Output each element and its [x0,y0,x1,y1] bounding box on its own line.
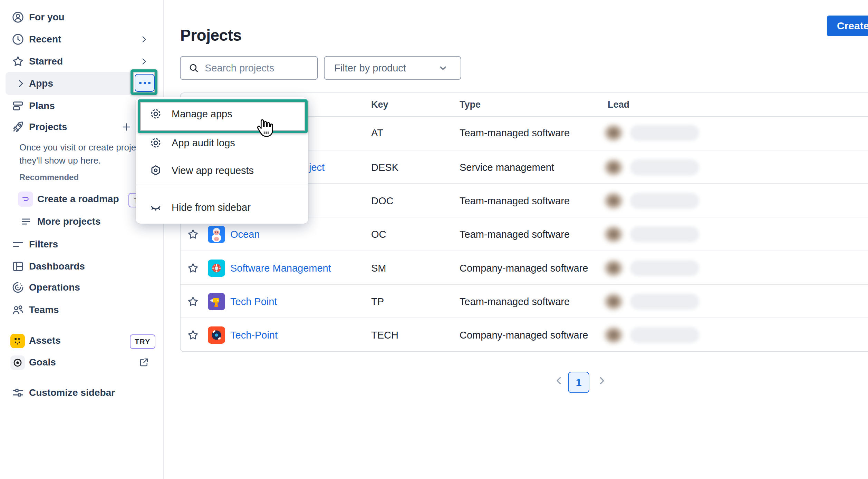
recommended-label: Recommended [19,173,79,182]
apps-more-button[interactable] [135,74,155,92]
star-icon[interactable] [187,228,199,241]
star-icon[interactable] [187,295,199,308]
apps-context-menu: Manage apps App audit logs View app requ… [136,97,308,224]
sidebar-label: Projects [29,121,67,133]
sidebar-label: Apps [29,78,53,89]
lead-cell [602,258,699,278]
sidebar-item-customize[interactable]: Customize sidebar [0,382,163,404]
sidebar-item-dashboards[interactable]: Dashboards [0,255,163,277]
sidebar-label: Plans [29,100,55,111]
sidebar-item-filters[interactable]: Filters [0,233,163,255]
person-circle-icon [11,11,25,24]
search-icon [188,62,199,74]
external-link-icon[interactable] [139,357,149,368]
sidebar-item-teams[interactable]: Teams [0,299,163,321]
lead-cell [602,292,699,312]
sidebar-label: Operations [29,282,80,293]
lead-cell [602,123,699,143]
lead-name-blurred [630,125,699,141]
project-type: Company-managed software [460,262,588,274]
lead-name-blurred [630,193,699,209]
star-icon[interactable] [187,329,199,341]
project-avatar-drill [208,293,225,310]
filters-icon [11,238,25,251]
sidebar-label: Goals [29,357,56,368]
project-key: TECH [371,329,398,341]
filter-by-product-select[interactable]: Filter by product [324,56,461,80]
projects-empty-text-line2: they'll show up here. [19,155,101,166]
create-button[interactable]: Create [827,16,868,36]
plus-icon[interactable] [121,121,132,133]
project-avatar-vinyl [208,326,225,344]
menu-item-label: App audit logs [172,137,235,149]
project-type: Team-managed software [460,228,570,240]
sliders-icon [11,386,25,399]
lead-cell [602,325,699,345]
chevron-down-icon [438,63,448,73]
operations-icon [11,281,25,294]
sidebar-label: For you [29,12,65,23]
lead-name-blurred [630,294,699,310]
project-type: Team-managed software [460,296,570,307]
lead-name-blurred [630,260,699,276]
table-row: Tech Point TP Team-managed software [181,284,868,318]
lead-avatar-blurred [602,123,625,143]
chevron-right-icon[interactable] [139,57,148,66]
column-header-key: Key [371,93,388,116]
project-key: DESK [371,162,398,173]
sidebar-label: Filters [29,239,58,250]
clock-icon [11,33,25,46]
filter-label: Filter by product [334,62,406,74]
sidebar-label: Recent [29,34,61,45]
project-type: Company-managed software [460,329,588,341]
project-type: Team-managed software [460,127,570,138]
project-key: AT [371,127,383,138]
gear-icon [150,137,162,149]
lead-avatar-blurred [602,224,625,244]
project-name-link[interactable]: Tech-Point [230,329,278,341]
lead-name-blurred [630,226,699,242]
sidebar-label: Teams [29,304,59,315]
pagination-prev-icon[interactable] [553,375,565,387]
column-header-lead: Lead [608,93,629,116]
pagination-page-1[interactable]: 1 [568,372,589,393]
menu-divider [136,185,308,185]
lead-cell [602,157,699,177]
lines-icon [19,216,33,227]
sidebar-label: Customize sidebar [29,387,115,398]
project-name-link[interactable]: Ocean [230,228,260,240]
search-projects-input[interactable] [204,62,309,74]
sidebar-item-for-you[interactable]: For you [0,6,163,28]
sidebar-item-recent[interactable]: Recent [0,28,163,50]
page-title: Projects [180,26,242,45]
menu-item-view-app-requests[interactable]: View app requests [136,161,308,180]
assets-icon [10,334,25,348]
project-avatar-lifebuoy [208,260,225,277]
manage-apps-annotation [138,99,308,133]
sidebar-label: Create a roadmap [37,194,119,205]
chevron-right-icon[interactable] [14,78,28,89]
sidebar-item-goals[interactable]: Goals [0,351,163,373]
menu-item-hide-from-sidebar[interactable]: Hide from sidebar [136,198,308,217]
project-key: TP [371,296,384,307]
project-name-link[interactable]: ject [309,162,325,173]
menu-item-app-audit-logs[interactable]: App audit logs [136,133,308,153]
sidebar-label: Assets [29,335,61,346]
menu-item-label: View app requests [172,165,254,176]
sidebar-item-assets[interactable]: Assets TRY [0,330,163,352]
lead-avatar-blurred [602,258,625,278]
lead-cell [602,224,699,244]
hexagon-target-icon [150,164,162,177]
project-type: Service management [460,162,554,173]
try-badge: TRY [130,334,155,349]
chevron-right-icon[interactable] [139,35,148,44]
sidebar-item-operations[interactable]: Operations [0,276,163,299]
project-name-link[interactable]: Software Management [230,262,331,274]
project-avatar-ocean [208,226,225,243]
project-key: DOC [371,195,393,206]
pagination-next-icon[interactable] [596,375,608,387]
project-name-link[interactable]: Tech Point [230,296,277,307]
star-icon[interactable] [187,262,199,274]
lead-cell [602,191,699,211]
lead-name-blurred [630,327,699,343]
